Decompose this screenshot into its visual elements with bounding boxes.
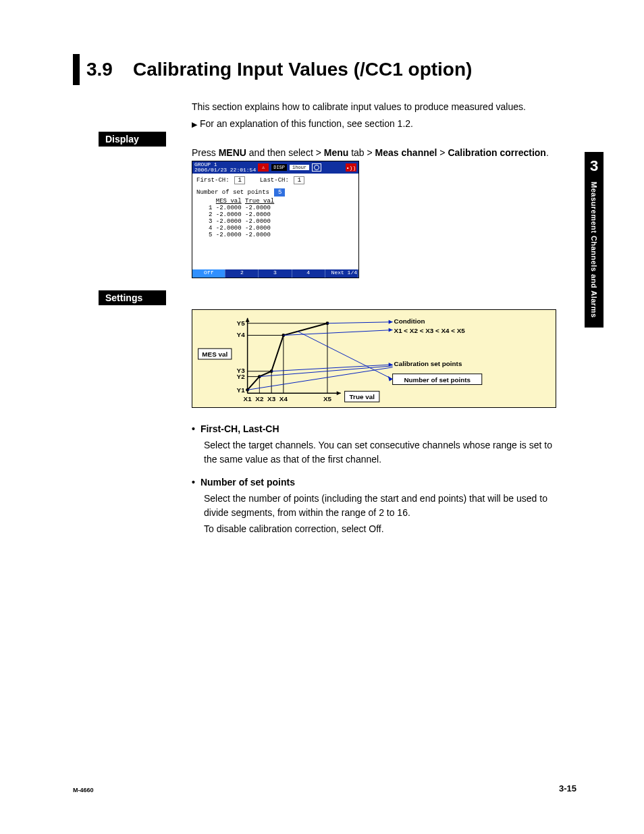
svg-text:Y4: Y4 bbox=[237, 331, 246, 338]
chapter-title: Measurement Channels and Alarms bbox=[590, 182, 598, 318]
row-n: 5 bbox=[209, 232, 212, 238]
disp-label: DISP bbox=[271, 164, 287, 171]
press-suffix: . bbox=[546, 147, 549, 158]
svg-text:X1: X1 bbox=[244, 395, 252, 402]
svg-text:Calibration set points: Calibration set points bbox=[394, 360, 462, 367]
intro-block: This section explains how to calibrate i… bbox=[192, 100, 556, 131]
svg-text:X1 < X2 < X3 < X4 < X5: X1 < X2 < X3 < X4 < X5 bbox=[394, 327, 466, 334]
row-n: 2 bbox=[209, 211, 212, 218]
row-n: 4 bbox=[209, 225, 212, 232]
device-screenshot: GROUP 1 2006/01/23 22:01:54 ⚠ DISP 1hour… bbox=[192, 161, 359, 278]
bullet-body-2a: Select the number of points (including t… bbox=[204, 492, 556, 521]
alert-icon: ⚠ bbox=[258, 163, 269, 172]
svg-text:True val: True val bbox=[350, 393, 375, 400]
screenshot-tabs: Off 2 3 4 Next 1/4 bbox=[192, 269, 358, 278]
row-b: -2.0000 bbox=[245, 218, 271, 225]
bullet-heading-2: Number of set points bbox=[200, 475, 556, 490]
display-section-header: Display bbox=[99, 132, 166, 147]
chapter-number: 3 bbox=[585, 157, 603, 175]
press-menu-tab: Menu bbox=[324, 147, 349, 158]
svg-text:X5: X5 bbox=[323, 395, 332, 402]
last-ch-label: Last-CH: bbox=[260, 177, 289, 184]
footer-page-number: 3-15 bbox=[559, 783, 576, 793]
svg-marker-1 bbox=[337, 391, 341, 395]
bullet-body-2b: To disable calibration correction, selec… bbox=[204, 522, 556, 537]
num-points-label: Number of set points bbox=[196, 189, 269, 196]
press-menu-instruction: Press MENU and then select > Menu tab > … bbox=[192, 147, 549, 158]
svg-text:Condition: Condition bbox=[394, 317, 425, 325]
bullet-num-points: Number of set points Select the number o… bbox=[192, 475, 556, 537]
row-a: -2.0000 bbox=[216, 211, 242, 218]
footer-doc-id: M-4660 bbox=[73, 787, 94, 793]
screenshot-body: First-CH: 1 Last-CH: 1 Number of set poi… bbox=[192, 174, 358, 241]
num-points-value: 5 bbox=[274, 188, 285, 197]
row-n: 1 bbox=[209, 205, 212, 211]
screenshot-header: GROUP 1 2006/01/23 22:01:54 ⚠ DISP 1hour… bbox=[192, 161, 358, 174]
intro-crossref: For an explanation of this function, see… bbox=[192, 117, 556, 131]
svg-marker-3 bbox=[246, 318, 250, 322]
row-b: -2.0000 bbox=[245, 211, 271, 218]
heading-bar-icon bbox=[73, 54, 80, 85]
tab-2: 2 bbox=[225, 269, 259, 278]
intro-line-1: This section explains how to calibrate i… bbox=[192, 100, 556, 114]
heading-title: Calibrating Input Values (/CC1 option) bbox=[133, 59, 472, 80]
screenshot-group: GROUP 1 2006/01/23 22:01:54 bbox=[194, 162, 256, 173]
svg-text:Y5: Y5 bbox=[237, 319, 246, 327]
first-ch-label: First-CH: bbox=[196, 177, 230, 184]
svg-text:Number of set points: Number of set points bbox=[404, 376, 471, 384]
row-n: 3 bbox=[209, 218, 212, 225]
svg-text:Y3: Y3 bbox=[237, 367, 246, 374]
screenshot-timestamp: 2006/01/23 22:01:54 bbox=[194, 167, 256, 173]
svg-text:X2: X2 bbox=[255, 395, 264, 402]
next-page-label: Next 1/4 bbox=[331, 269, 357, 276]
svg-text:X3: X3 bbox=[267, 395, 276, 402]
svg-text:X4: X4 bbox=[279, 395, 288, 402]
press-mid2: tab > bbox=[348, 147, 375, 158]
row-a: -2.0000 bbox=[216, 218, 242, 225]
svg-line-34 bbox=[327, 322, 393, 323]
press-mid1: and then select > bbox=[246, 147, 324, 158]
bullet-first-last-ch: First-CH, Last-CH Select the target chan… bbox=[192, 422, 556, 467]
screenshot-table: MES val True val 1 -2.0000 -2.0000 2 -2.… bbox=[209, 198, 354, 238]
sound-icon: •)) bbox=[346, 163, 356, 172]
camera-icon bbox=[312, 163, 321, 172]
bullet-heading-1: First-CH, Last-CH bbox=[200, 422, 556, 437]
svg-line-45 bbox=[298, 332, 393, 380]
svg-marker-35 bbox=[389, 320, 393, 324]
settings-section-header: Settings bbox=[99, 290, 166, 305]
row-a: -2.0000 bbox=[216, 225, 242, 232]
svg-line-41 bbox=[259, 366, 392, 377]
row-b: -2.0000 bbox=[245, 225, 271, 232]
last-ch-value: 1 bbox=[294, 176, 304, 184]
press-meas: Meas channel bbox=[375, 147, 437, 158]
col-true: True val bbox=[245, 198, 274, 205]
section-heading: 3.9 Calibrating Input Values (/CC1 optio… bbox=[73, 54, 472, 85]
bullet-body-1: Select the target channels. You can set … bbox=[204, 438, 556, 467]
hour-label: 1hour bbox=[290, 165, 309, 170]
chapter-tab: 3 Measurement Channels and Alarms bbox=[585, 152, 603, 328]
tab-off: Off bbox=[192, 269, 225, 278]
svg-text:MES val: MES val bbox=[202, 350, 227, 358]
press-prefix: Press bbox=[192, 147, 219, 158]
settings-diagram: Y1 Y2 Y3 Y4 Y5 X1 X2 X3 X4 X5 MES val Tr… bbox=[192, 309, 556, 408]
press-mid3: > bbox=[437, 147, 448, 158]
press-calib: Calibration correction bbox=[448, 147, 545, 158]
row-a: -2.0000 bbox=[216, 232, 242, 238]
svg-text:Y1: Y1 bbox=[237, 386, 246, 394]
first-ch-value: 1 bbox=[234, 176, 245, 184]
svg-marker-37 bbox=[389, 328, 393, 332]
col-mes: MES val bbox=[216, 198, 242, 205]
row-b: -2.0000 bbox=[245, 205, 271, 211]
svg-line-42 bbox=[248, 367, 393, 390]
row-b: -2.0000 bbox=[245, 232, 271, 238]
heading-number: 3.9 bbox=[86, 59, 113, 80]
row-a: -2.0000 bbox=[216, 205, 242, 211]
tab-3: 3 bbox=[259, 269, 292, 278]
tab-4: 4 bbox=[292, 269, 325, 278]
press-menu: MENU bbox=[219, 147, 246, 158]
